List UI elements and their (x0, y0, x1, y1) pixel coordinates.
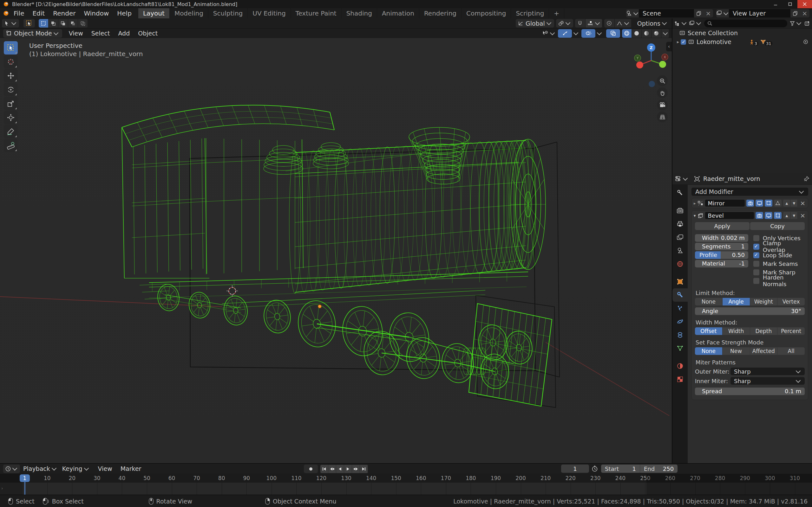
bevel-move-down[interactable]: ▼ (791, 212, 798, 219)
playback-menu[interactable]: Playback (23, 465, 57, 472)
face-none[interactable]: None (695, 347, 722, 355)
workspace-tab-shading[interactable]: Shading (342, 8, 377, 18)
end-value[interactable]: 250 (658, 465, 677, 472)
profile-slider[interactable]: Profile0.50 (695, 251, 748, 259)
limit-vertex-group[interactable]: Vertex Group (777, 298, 805, 305)
viewport-menu-add[interactable]: Add (114, 30, 134, 37)
face-new[interactable]: New (722, 347, 750, 355)
mark-sharp-checkbox[interactable] (753, 269, 759, 275)
workspace-tab-rendering[interactable]: Rendering (419, 8, 461, 18)
add-modifier-dropdown[interactable]: Add Modifier (692, 187, 808, 196)
select-mode-invert[interactable] (68, 19, 78, 27)
mirror-expand-icon[interactable]: ▸ (694, 201, 696, 206)
workspace-tab-texture-paint[interactable]: Texture Paint (291, 8, 342, 18)
width-width[interactable]: Width (722, 327, 750, 335)
select-mode-subtract[interactable] (58, 19, 68, 27)
segments-field[interactable]: Segments1 (695, 243, 748, 250)
collection-checkbox[interactable] (681, 39, 686, 45)
tool-move[interactable] (4, 69, 18, 82)
view-layer-remove-icon[interactable]: × (800, 9, 809, 17)
proportional-edit-icon[interactable] (604, 19, 615, 27)
tab-view-layer[interactable] (672, 231, 688, 244)
show-overlays-toggle[interactable] (581, 29, 595, 38)
menu-edit[interactable]: Edit (28, 9, 49, 17)
workspace-tab-modeling[interactable]: Modeling (170, 8, 208, 18)
object-type-visibility-dropdown[interactable] (542, 31, 555, 36)
mark-seams-option[interactable]: Mark Seams (753, 260, 805, 268)
select-mode-set[interactable] (39, 19, 49, 27)
tab-physics[interactable] (672, 315, 688, 328)
zoom-button[interactable] (657, 75, 668, 86)
mirror-editmode-toggle[interactable] (765, 200, 772, 207)
mark-seams-checkbox[interactable] (753, 261, 759, 267)
mirror-move-down[interactable]: ▼ (791, 200, 798, 207)
tool-cursor[interactable] (4, 55, 18, 68)
tool-transform[interactable] (4, 111, 18, 124)
overlays-dropdown-chevron[interactable] (597, 30, 602, 35)
tool-measure[interactable] (4, 139, 18, 152)
outliner-search-input[interactable] (704, 20, 787, 27)
tab-tool[interactable] (672, 186, 688, 200)
xray-toggle[interactable] (606, 29, 620, 38)
mode-dropdown[interactable]: Object Mode (3, 29, 62, 38)
mirror-realtime-toggle[interactable] (756, 200, 763, 207)
jump-to-start-button[interactable] (320, 465, 328, 473)
add-workspace-button[interactable]: + (549, 8, 564, 18)
shading-rendered-button[interactable] (652, 29, 661, 38)
current-frame-badge[interactable]: 1 (20, 474, 30, 482)
menu-render[interactable]: Render (49, 9, 80, 17)
limit-none[interactable]: None (695, 298, 722, 305)
tab-object[interactable] (672, 275, 688, 288)
face-affected[interactable]: Affected (750, 347, 777, 355)
record-button[interactable] (304, 464, 318, 473)
select-mode-intersect[interactable] (78, 19, 88, 27)
bevel-collapse-icon[interactable]: ▾ (694, 213, 696, 218)
current-frame-field[interactable]: 1 (561, 464, 589, 473)
maximize-button[interactable] (783, 0, 798, 8)
snap-toggle-magnet-icon[interactable] (575, 19, 586, 27)
shading-wireframe-button[interactable] (622, 29, 632, 38)
tab-particles[interactable] (672, 302, 688, 315)
tab-output[interactable] (672, 217, 688, 231)
gizmo-dropdown-chevron[interactable] (573, 30, 578, 35)
width-depth[interactable]: Depth (750, 327, 777, 335)
width-offset[interactable]: Offset (695, 327, 722, 335)
width-percent[interactable]: Percent (777, 327, 805, 335)
scene-copy-icon[interactable] (694, 9, 704, 17)
workspace-tab-uv-editing[interactable]: UV Editing (248, 8, 291, 18)
bevel-realtime-toggle[interactable] (765, 212, 772, 219)
viewport-3d[interactable]: User Perspective (1) Lokomotive | Raeder… (0, 38, 672, 463)
workspace-tab-animation[interactable]: Animation (377, 8, 419, 18)
limit-angle[interactable]: Angle (722, 298, 750, 305)
workspace-tab-sculpting[interactable]: Sculpting (208, 8, 248, 18)
snap-target-dropdown[interactable] (586, 19, 602, 27)
transform-orientation-dropdown[interactable]: Global (516, 19, 554, 27)
navigation-gizmo[interactable]: Y X Z (631, 41, 671, 80)
sidebar-expand-arrow[interactable]: ‹ (666, 42, 672, 51)
start-label[interactable]: Start (601, 465, 623, 472)
menu-file[interactable]: File (9, 9, 28, 17)
viewport-canvas[interactable] (0, 38, 672, 463)
active-tool-dropdown[interactable] (2, 19, 19, 27)
bevel-editmode-toggle[interactable] (774, 212, 781, 219)
outer-miter-dropdown[interactable]: Sharp (730, 368, 805, 375)
play-button[interactable] (344, 465, 352, 473)
workspace-tab-compositing[interactable]: Compositing (461, 8, 511, 18)
workspace-tab-layout[interactable]: Layout (138, 8, 170, 18)
clamp-overlap-option[interactable]: Clamp Overlap (753, 243, 805, 250)
outliner-row-lokomotive[interactable]: ▸ Lokomotive 3 31 (672, 38, 812, 46)
menu-help[interactable]: Help (113, 9, 136, 17)
start-value[interactable]: 1 (623, 465, 640, 472)
select-mode-extend[interactable] (49, 19, 58, 27)
outliner-row-scene-collection[interactable]: Scene Collection (672, 29, 812, 38)
tab-material[interactable] (672, 359, 688, 373)
viewport-menu-object[interactable]: Object (134, 30, 162, 37)
outliner-display-mode-dropdown[interactable] (674, 20, 687, 26)
tab-world[interactable] (672, 257, 688, 271)
menu-window[interactable]: Window (80, 9, 113, 17)
limit-weight[interactable]: Weight (750, 298, 777, 305)
outliner-filter-mode-dropdown[interactable] (689, 20, 702, 26)
mirror-render-toggle[interactable] (746, 200, 754, 207)
harden-normals-checkbox[interactable] (753, 278, 759, 284)
gizmo-axis-z-neg[interactable] (647, 79, 657, 89)
